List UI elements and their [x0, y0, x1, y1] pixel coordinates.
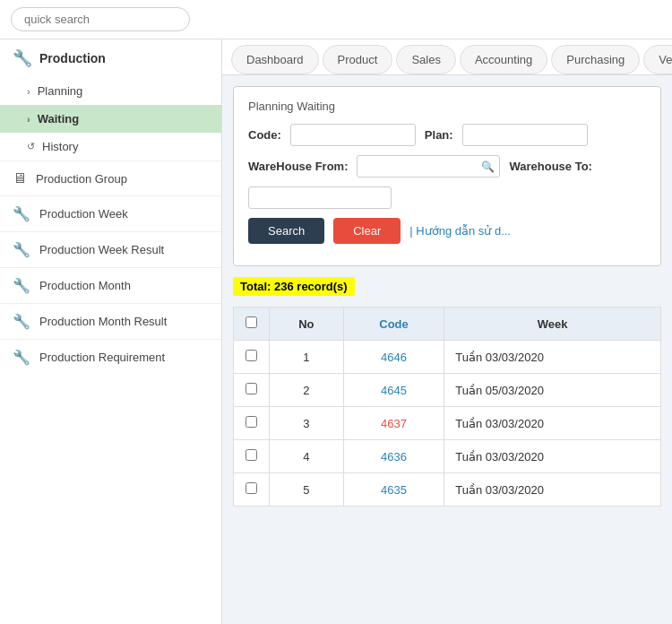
tab-purchasing[interactable]: Purchasing	[551, 45, 640, 74]
sidebar-production-month-result-label: Production Month Result	[39, 315, 167, 328]
sidebar-production-week-label: Production Week	[39, 207, 128, 221]
sidebar-production-week-result-label: Production Week Result	[39, 243, 164, 256]
quick-search-input[interactable]	[11, 7, 190, 31]
sidebar: 🔧 Production › Planning › Waiting ↺ Hist…	[0, 39, 222, 624]
row-checkbox-cell	[234, 440, 270, 473]
arrow-icon-history: ↺	[27, 141, 35, 152]
sidebar-item-planning[interactable]: › Planning	[0, 77, 221, 105]
code-label: Code:	[248, 128, 281, 142]
main-content: Planning Waiting Code: Plan: WareHouse F…	[222, 75, 672, 624]
sidebar-item-production-requirement[interactable]: 🔧 Production Requirement	[0, 339, 221, 375]
table-row: 14646Tuần 03/03/2020	[234, 341, 661, 374]
plan-label: Plan:	[425, 128, 453, 142]
row-checkbox-cell	[234, 407, 270, 440]
row-code[interactable]: 4637	[343, 407, 444, 440]
row-checkbox[interactable]	[246, 482, 257, 494]
sidebar-item-production-week-result[interactable]: 🔧 Production Week Result	[0, 231, 221, 267]
warehouse-to-input[interactable]	[248, 186, 392, 209]
wrench-icon-requirement: 🔧	[13, 349, 30, 366]
clear-button[interactable]: Clear	[333, 218, 401, 244]
planning-waiting-box: Planning Waiting Code: Plan: WareHouse F…	[233, 86, 661, 266]
col-checkbox	[234, 308, 270, 341]
row-checkbox[interactable]	[246, 416, 257, 428]
select-all-checkbox[interactable]	[246, 316, 257, 328]
wrench-icon-week: 🔧	[13, 205, 30, 222]
row-code[interactable]: 4646	[343, 341, 444, 374]
col-code: Code	[343, 308, 444, 341]
warehouse-from-wrapper: 🔍	[357, 155, 500, 178]
row-no: 3	[270, 407, 344, 440]
help-link[interactable]: | Hướng dẫn sử d...	[409, 224, 511, 238]
row-no: 1	[270, 341, 344, 374]
row-week: Tuần 03/03/2020	[444, 473, 661, 507]
row-code[interactable]: 4635	[343, 473, 444, 507]
warehouse-from-input[interactable]	[357, 155, 500, 178]
search-button[interactable]: Search	[248, 218, 324, 244]
wrench-icon: 🔧	[13, 48, 32, 68]
row-no: 5	[270, 473, 344, 507]
tab-ve[interactable]: Ve...	[643, 45, 672, 74]
total-records: Total: 236 record(s)	[233, 277, 355, 296]
row-checkbox[interactable]	[246, 383, 257, 394]
col-week: Week	[444, 308, 661, 341]
main-layout: 🔧 Production › Planning › Waiting ↺ Hist…	[0, 39, 672, 624]
sidebar-production-group-label: Production Group	[36, 172, 127, 186]
table-row: 44636Tuần 03/03/2020	[234, 440, 661, 473]
sidebar-item-production-month[interactable]: 🔧 Production Month	[0, 267, 221, 303]
tab-sales[interactable]: Sales	[396, 45, 456, 74]
planning-box-title: Planning Waiting	[248, 100, 646, 113]
sidebar-production-label: Production	[39, 51, 106, 65]
sidebar-item-history[interactable]: ↺ History	[0, 133, 221, 160]
row-checkbox-cell	[234, 473, 270, 507]
content-area: Dashboard Product Sales Accounting Purch…	[222, 39, 672, 624]
sidebar-item-waiting[interactable]: › Waiting	[0, 105, 221, 133]
wrench-icon-month: 🔧	[13, 277, 30, 294]
monitor-icon: 🖥	[13, 170, 27, 186]
row-code[interactable]: 4636	[343, 440, 444, 473]
nav-tabs: Dashboard Product Sales Accounting Purch…	[222, 39, 672, 75]
sidebar-waiting-label: Waiting	[38, 112, 79, 126]
form-row-buttons: Search Clear | Hướng dẫn sử d...	[248, 218, 646, 244]
row-checkbox-cell	[234, 374, 270, 407]
tab-product[interactable]: Product	[323, 45, 393, 74]
wrench-icon-week-result: 🔧	[13, 241, 30, 258]
arrow-icon-planning: ›	[27, 86, 30, 97]
sidebar-item-production-week[interactable]: 🔧 Production Week	[0, 195, 221, 231]
row-code[interactable]: 4645	[343, 374, 444, 407]
sidebar-item-production-group[interactable]: 🖥 Production Group	[0, 160, 221, 195]
row-checkbox[interactable]	[246, 350, 257, 361]
row-checkbox[interactable]	[246, 449, 257, 461]
row-week: Tuần 03/03/2020	[444, 407, 661, 440]
warehouse-to-label: Warehouse To:	[509, 160, 591, 173]
wrench-icon-month-result: 🔧	[13, 313, 30, 330]
form-row-warehouse: WareHouse From: 🔍 Warehouse To:	[248, 155, 646, 209]
table-row: 34637Tuần 03/03/2020	[234, 407, 661, 440]
sidebar-production-header[interactable]: 🔧 Production	[0, 39, 221, 77]
row-week: Tuần 03/03/2020	[444, 341, 661, 374]
table-row: 54635Tuần 03/03/2020	[234, 473, 661, 507]
sidebar-planning-label: Planning	[38, 84, 83, 98]
arrow-icon-waiting: ›	[27, 114, 30, 125]
sidebar-history-label: History	[42, 140, 78, 153]
row-week: Tuần 05/03/2020	[444, 374, 661, 407]
sidebar-item-production-month-result[interactable]: 🔧 Production Month Result	[0, 303, 221, 339]
warehouse-from-label: WareHouse From:	[248, 160, 348, 173]
row-no: 2	[270, 374, 344, 407]
plan-input[interactable]	[462, 124, 588, 146]
col-no: No	[270, 308, 344, 341]
tab-accounting[interactable]: Accounting	[460, 45, 547, 74]
table-row: 24645Tuần 05/03/2020	[234, 374, 661, 407]
row-no: 4	[270, 440, 344, 473]
row-checkbox-cell	[234, 341, 270, 374]
sidebar-production-month-label: Production Month	[39, 279, 131, 292]
code-input[interactable]	[290, 124, 416, 146]
table-header-row: No Code Week	[234, 308, 661, 341]
tab-dashboard[interactable]: Dashboard	[231, 45, 319, 74]
sidebar-production-requirement-label: Production Requirement	[39, 351, 165, 364]
data-table: No Code Week 14646Tuần 03/03/202024645Tu…	[233, 307, 661, 507]
top-bar	[0, 0, 672, 39]
warehouse-search-icon: 🔍	[481, 160, 495, 173]
row-week: Tuần 03/03/2020	[444, 440, 661, 473]
form-row-code-plan: Code: Plan:	[248, 124, 646, 146]
